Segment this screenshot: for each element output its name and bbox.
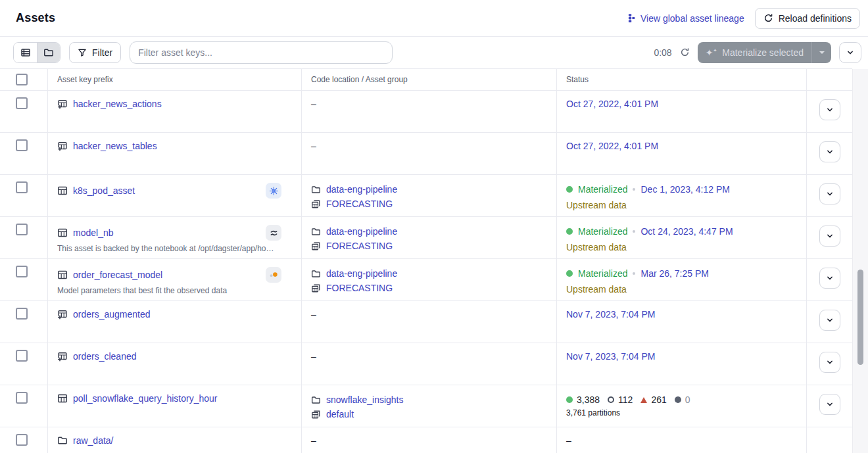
code-location-empty: – [311,351,316,362]
row-checkbox[interactable] [16,97,28,109]
row-checkbox-cell [0,133,47,174]
row-menu-button[interactable] [819,310,840,331]
toolbar-more-button[interactable] [839,42,861,63]
status-timestamp-link[interactable]: Nov 7, 2023, 7:04 PM [566,309,655,320]
code-location-line: data-eng-pipeline [311,225,556,238]
code-location-cell: snowflake_insightsdefault [301,385,556,427]
materialized-status-link[interactable]: Materialized [578,225,627,238]
table-row: raw_data/–– [0,427,852,453]
toolbar: Filter 0:08 ✦✦ Materialize selected [0,37,868,68]
list-view-icon [20,47,31,58]
asset-key-link[interactable]: raw_data/ [73,435,113,446]
folder-view-icon [43,47,54,58]
reload-definitions-button[interactable]: Reload definitions [755,8,860,29]
status-timestamp-link[interactable]: Dec 1, 2023, 4:12 PM [640,183,729,196]
row-checkbox[interactable] [16,434,28,446]
code-location-link[interactable]: data-eng-pipeline [326,225,397,238]
table-icon [57,270,68,280]
code-location-line: snowflake_insights [311,393,556,406]
row-checkbox-cell [0,385,47,427]
upstream-data-link[interactable]: Upstream data [566,283,627,296]
asset-key-cell: hacker_news_actions [47,91,301,132]
status-cell: MaterializedDec 1, 2023, 4:12 PMUpstream… [556,175,806,216]
asset-group-icon [311,241,321,251]
code-location-line: data-eng-pipeline [311,183,556,196]
table-plus-icon [57,351,68,362]
code-location-cell: data-eng-pipelineFORECASTING [301,217,556,258]
materialized-dot-icon [566,228,573,235]
asset-group-link[interactable]: FORECASTING [326,197,393,210]
row-menu-button[interactable] [819,183,840,204]
select-all-checkbox[interactable] [16,74,28,85]
scrollbar-thumb[interactable] [857,270,863,365]
filter-button[interactable]: Filter [69,42,121,63]
status-timestamp-link[interactable]: Nov 7, 2023, 7:04 PM [566,351,655,362]
row-checkbox[interactable] [16,308,28,320]
list-view-button[interactable] [14,43,37,62]
asset-group-link[interactable]: FORECASTING [326,281,393,295]
row-menu-button[interactable] [819,99,840,120]
status-cell: Nov 7, 2023, 7:04 PM [556,343,806,385]
materialize-selected-button[interactable]: ✦✦ Materialize selected [698,42,811,63]
status-cell: Nov 7, 2023, 7:04 PM [556,301,806,343]
materialized-dot-icon [566,270,573,277]
row-checkbox[interactable] [16,224,28,235]
status-timestamp-link[interactable]: Oct 27, 2022, 4:01 PM [566,141,658,151]
row-checkbox-cell [0,217,47,258]
row-menu-button[interactable] [819,268,840,289]
row-menu-button[interactable] [819,394,840,415]
asset-group-link[interactable]: default [326,408,354,421]
code-location-cell: – [301,133,556,174]
view-global-asset-lineage-link[interactable]: View global asset lineage [626,13,744,24]
asset-key-link[interactable]: k8s_pod_asset [73,185,135,196]
asset-description: Model parameters that best fit the obser… [57,286,301,295]
column-header-actions [806,69,852,90]
asset-key-link[interactable]: poll_snowflake_query_history_hour [73,393,217,404]
row-checkbox[interactable] [16,266,28,277]
asset-group-line: FORECASTING [311,239,556,252]
page-header: Assets View global asset lineage Reload … [0,0,868,37]
folder-view-button[interactable] [37,43,60,62]
row-checkbox[interactable] [16,392,28,404]
status-timestamp-link[interactable]: Oct 27, 2022, 4:01 PM [566,99,658,109]
asset-group-line: FORECASTING [311,281,556,295]
asset-group-link[interactable]: FORECASTING [326,239,393,252]
row-checkbox-cell [0,343,47,385]
row-menu-button[interactable] [819,141,840,162]
materialized-status-link[interactable]: Materialized [578,267,627,280]
row-menu-button[interactable] [819,352,840,373]
materialized-status-link[interactable]: Materialized [578,183,627,196]
code-location-link[interactable]: data-eng-pipeline [326,267,397,280]
search-input[interactable] [130,41,393,64]
assets-page: Assets View global asset lineage Reload … [0,0,868,453]
materialize-dropdown-button[interactable] [811,42,831,63]
asset-key-link[interactable]: hacker_news_tables [73,141,157,151]
row-checkbox[interactable] [16,181,28,193]
code-location-link[interactable]: data-eng-pipeline [326,183,397,196]
asset-key-link[interactable]: model_nb [73,227,114,238]
row-menu-button[interactable] [819,226,840,247]
row-checkbox[interactable] [16,139,28,151]
row-actions-cell [806,91,852,132]
code-location-icon [311,185,321,195]
asset-key-cell: orders_cleaned [47,343,301,385]
status-timestamp-link[interactable]: Mar 26, 7:25 PM [640,267,709,280]
asset-key-link[interactable]: order_forecast_model [73,270,162,280]
table-icon [57,393,68,404]
row-checkbox-cell [0,91,47,132]
refresh-icon [763,13,773,23]
scrollbar-track[interactable] [852,69,868,453]
lineage-icon [626,13,636,23]
row-checkbox-cell [0,259,47,300]
row-checkbox[interactable] [16,350,28,362]
code-location-link[interactable]: snowflake_insights [326,393,404,406]
column-header-status: Status [556,69,806,90]
upstream-data-link[interactable]: Upstream data [566,199,627,212]
asset-key-link[interactable]: hacker_news_actions [73,99,162,109]
status-timestamp-link[interactable]: Oct 24, 2023, 4:47 PM [640,225,733,238]
asset-key-link[interactable]: orders_cleaned [73,351,137,362]
refresh-icon[interactable] [680,47,690,57]
asset-key-link[interactable]: orders_augmented [73,309,151,320]
code-location-cell: – [301,343,556,385]
upstream-data-link[interactable]: Upstream data [566,241,627,254]
